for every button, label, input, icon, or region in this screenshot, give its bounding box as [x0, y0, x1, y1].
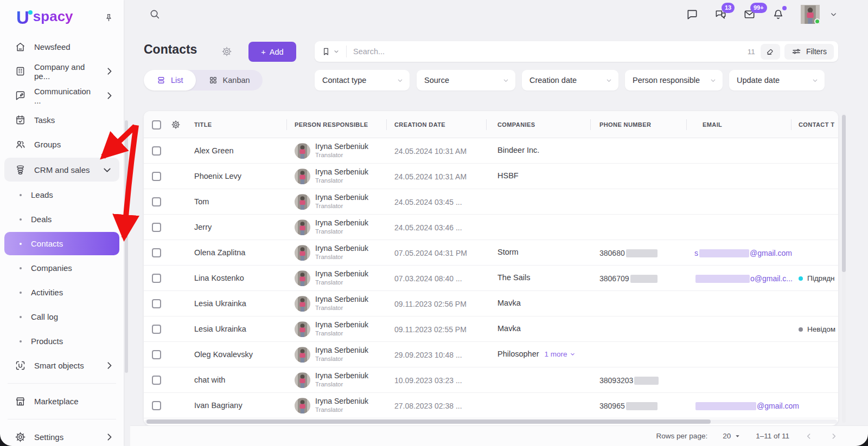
- company-name: Mavka: [497, 299, 521, 307]
- clear-search-button[interactable]: [761, 44, 780, 60]
- table-row[interactable]: Phoenix LevyIryna SerbeniukTranslator24.…: [144, 164, 838, 189]
- sidebar-scrollbar[interactable]: [125, 120, 128, 373]
- table-row[interactable]: Lesia UkrainkaIryna SerbeniukTranslator0…: [144, 291, 838, 316]
- row-checkbox[interactable]: [152, 299, 161, 308]
- next-page-button[interactable]: [829, 432, 838, 441]
- sidebar-item-label: Groups: [34, 140, 61, 149]
- previous-page-button[interactable]: [805, 432, 813, 441]
- more-companies-label: 1 more: [545, 350, 567, 358]
- uspacy-logo[interactable]: U spacy: [16, 9, 73, 27]
- contact-title[interactable]: Alex Green: [194, 146, 234, 155]
- row-checkbox[interactable]: [152, 223, 161, 232]
- kanban-view-icon: [208, 75, 218, 85]
- contact-title[interactable]: chat with: [194, 376, 225, 384]
- sidebar-item-company-and-pe[interactable]: Company and pe...: [0, 59, 124, 83]
- email-cell[interactable]: o@gmail.c...: [694, 274, 793, 283]
- filter-label: Contact type: [322, 76, 366, 85]
- sidebar-item-deals[interactable]: Deals: [0, 207, 124, 231]
- pin-icon[interactable]: [104, 12, 114, 23]
- table-row[interactable]: Lina KostenkoIryna SerbeniukTranslator07…: [144, 266, 838, 291]
- online-status-dot: [814, 18, 820, 24]
- rows-per-page-select[interactable]: 20: [723, 432, 741, 440]
- row-checkbox[interactable]: [152, 376, 161, 385]
- contact-title[interactable]: Ivan Bagriany: [194, 401, 242, 410]
- sidebar-item-marketplace[interactable]: Marketplace: [0, 389, 124, 413]
- sidebar-item-leads[interactable]: Leads: [0, 183, 124, 207]
- column-header-companies[interactable]: COMPANIES: [497, 111, 535, 138]
- row-checkbox[interactable]: [152, 401, 161, 410]
- table-row[interactable]: Olena ZaplitnaIryna SerbeniukTranslator0…: [144, 240, 838, 266]
- column-header-creation-date[interactable]: CREATION DATE: [394, 111, 445, 138]
- vertical-scrollbar[interactable]: [842, 115, 846, 272]
- row-checkbox[interactable]: [152, 350, 161, 359]
- search-input[interactable]: [353, 47, 742, 56]
- sidebar-item-companies[interactable]: Companies: [0, 256, 124, 280]
- filter-update-date[interactable]: Update date: [729, 70, 825, 91]
- column-header-contact-t[interactable]: CONTACT T: [799, 111, 834, 138]
- row-checkbox[interactable]: [152, 274, 161, 283]
- sidebar-item-communication[interactable]: Communication ...: [0, 83, 124, 108]
- column-header-phone-number[interactable]: PHONE NUMBER: [599, 111, 651, 138]
- sidebar-item-smart-objects[interactable]: Smart objects: [0, 353, 124, 378]
- profile-chevron-down-icon[interactable]: [829, 10, 838, 18]
- more-companies-link[interactable]: 1 more: [545, 350, 576, 358]
- table-row[interactable]: Alex GreenIryna SerbeniukTranslator24.05…: [144, 138, 838, 164]
- column-header-title[interactable]: TITLE: [194, 111, 212, 138]
- mail-icon[interactable]: 99+: [743, 8, 756, 21]
- sidebar-item-products[interactable]: Products: [0, 329, 124, 353]
- table-row[interactable]: Ivan BagrianyIryna SerbeniukTranslator27…: [144, 393, 838, 418]
- filter-person-responsible[interactable]: Person responsible: [625, 70, 723, 91]
- filter-contact-type[interactable]: Contact type: [315, 70, 410, 91]
- contact-title[interactable]: Olena Zaplitna: [194, 248, 245, 257]
- view-toggle-kanban[interactable]: Kanban: [196, 70, 263, 91]
- filters-button[interactable]: Filters: [784, 44, 834, 60]
- email-cell[interactable]: @gmail.com: [694, 402, 799, 410]
- page-settings-gear-icon[interactable]: [221, 46, 232, 57]
- filter-source[interactable]: Source: [417, 70, 515, 91]
- table-settings-gear-icon[interactable]: [171, 120, 181, 130]
- sidebar-item-call-log[interactable]: Call log: [0, 305, 124, 329]
- sidebar-item-groups[interactable]: Groups: [0, 132, 124, 157]
- add-button[interactable]: + Add: [248, 42, 296, 62]
- sidebar-item-contacts[interactable]: Contacts: [4, 232, 119, 255]
- column-header-email[interactable]: EMAIL: [703, 111, 722, 138]
- table-row[interactable]: JerryIryna SerbeniukTranslator24.05.2024…: [144, 215, 838, 240]
- sidebar-item-newsfeed[interactable]: Newsfeed: [0, 35, 124, 59]
- user-avatar[interactable]: [801, 5, 820, 24]
- email-cell[interactable]: s@gmail.com: [694, 249, 792, 257]
- column-header-person-responsible[interactable]: PERSON RESPONSIBLE: [295, 111, 368, 138]
- avatar: [295, 245, 310, 261]
- avatar: [295, 169, 310, 184]
- contact-type-label: Невідом: [807, 325, 835, 333]
- contact-title[interactable]: Oleg Kovalevsky: [194, 350, 253, 359]
- row-checkbox[interactable]: [152, 197, 161, 206]
- sidebar-item-activities[interactable]: Activities: [0, 280, 124, 305]
- table-row[interactable]: chat withIryna SerbeniukTranslator10.09.…: [144, 367, 838, 393]
- table-row[interactable]: TomIryna SerbeniukTranslator24.05.2024 0…: [144, 189, 838, 215]
- contact-title[interactable]: Lina Kostenko: [194, 274, 244, 282]
- bell-icon[interactable]: [772, 8, 784, 21]
- contact-title[interactable]: Lesia Ukrainka: [194, 325, 246, 333]
- sidebar-item-tasks[interactable]: Tasks: [0, 108, 124, 132]
- row-checkbox[interactable]: [152, 146, 161, 156]
- contact-title[interactable]: Phoenix Levy: [194, 172, 241, 180]
- view-toggle-list[interactable]: List: [144, 70, 196, 91]
- table-row[interactable]: Lesia UkrainkaIryna SerbeniukTranslator0…: [144, 316, 838, 342]
- contact-title[interactable]: Lesia Ukrainka: [194, 299, 246, 308]
- row-checkbox[interactable]: [152, 248, 161, 257]
- chats-icon[interactable]: 13: [714, 8, 727, 21]
- horizontal-scrollbar[interactable]: [146, 419, 711, 424]
- sidebar-item-label: Call log: [31, 312, 58, 321]
- saved-filters-bookmark[interactable]: [321, 47, 340, 56]
- contact-title[interactable]: Tom: [194, 197, 209, 206]
- select-all-checkbox[interactable]: [152, 120, 161, 130]
- comment-icon[interactable]: [686, 8, 698, 21]
- contact-title[interactable]: Jerry: [194, 223, 212, 231]
- sidebar-item-crm-and-sales[interactable]: CRM and sales: [4, 158, 119, 182]
- row-checkbox[interactable]: [152, 325, 161, 334]
- filter-creation-date[interactable]: Creation date: [522, 70, 618, 91]
- table-row[interactable]: Oleg KovalevskyIryna SerbeniukTranslator…: [144, 342, 838, 367]
- sidebar-item-settings[interactable]: Settings: [0, 425, 124, 446]
- row-checkbox[interactable]: [152, 172, 161, 181]
- search-icon[interactable]: [149, 8, 161, 20]
